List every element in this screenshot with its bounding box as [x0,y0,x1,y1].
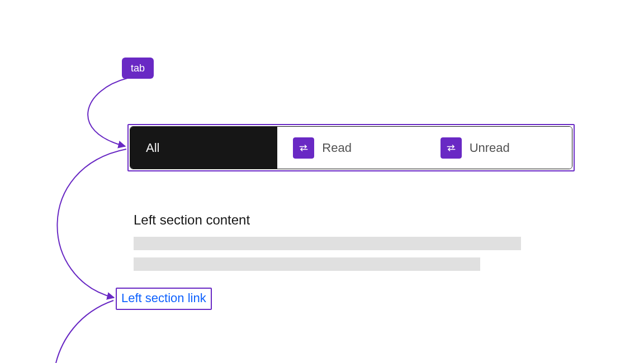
highlight-box-link: Left section link [116,288,212,310]
skeleton-line [134,257,480,271]
tab-unread[interactable]: Unread [425,127,572,169]
tab-read[interactable]: Read [277,127,424,169]
tab-label: Unread [470,141,510,155]
swap-icon [441,137,462,159]
tab-label: Read [322,141,352,155]
tab-label: All [146,141,159,155]
section-link[interactable]: Left section link [121,291,206,305]
swap-icon [293,137,314,159]
connector-lines [0,0,644,363]
tablist: All Read Unread [130,126,572,169]
annotation-chip-label: tab [131,63,145,74]
section-heading: Left section content [134,212,250,228]
skeleton-line [134,237,521,250]
tab-all[interactable]: All [130,127,277,169]
annotation-chip-tab: tab [122,58,154,79]
diagram-stage: tab All Read Unread [0,0,644,363]
